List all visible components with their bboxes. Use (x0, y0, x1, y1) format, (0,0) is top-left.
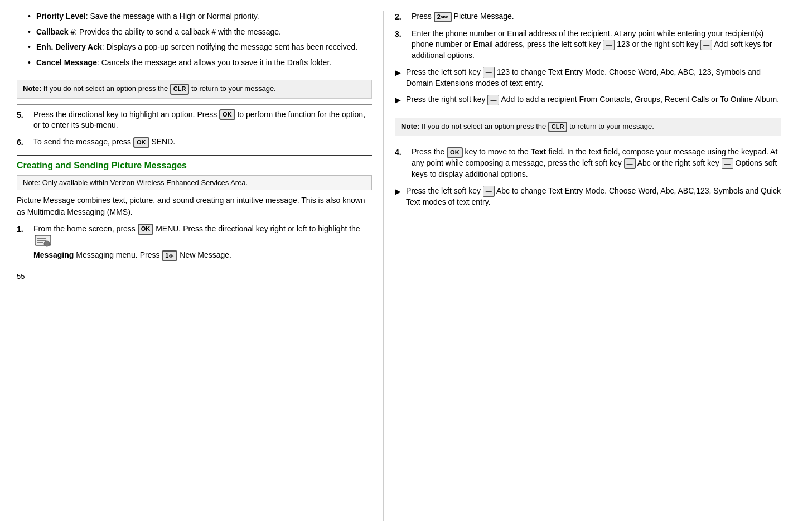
bullet-text: : Displays a pop-up screen notifying the… (102, 42, 357, 51)
note-box-2: Note: Only available within Verizon Wire… (17, 175, 372, 190)
note-text: If you do not select an option press the (41, 84, 170, 93)
divider (395, 142, 781, 142)
step-2: 2. Press 2abc Picture Message. (395, 11, 781, 23)
divider (17, 74, 372, 74)
step-text2: SEND. (149, 137, 176, 146)
step-content: Press 2abc Picture Message. (412, 11, 781, 23)
soft-key: — (487, 95, 499, 105)
step-6: 6. To send the message, press OK SEND. (17, 137, 372, 148)
list-item: Priority Level: Save the message with a … (28, 11, 372, 22)
divider (395, 112, 781, 112)
step-content: From the home screen, press OK MENU. Pre… (33, 224, 372, 261)
step-content: Press the OK key to move to the Text fie… (412, 147, 781, 180)
arrow-item-1: ▶ Press the left soft key — 123 to chang… (395, 67, 781, 89)
step-content: Press the directional key to highlight a… (33, 109, 372, 131)
note-text: If you do not select an option press the (419, 122, 548, 130)
note-text: Only available within Verizon Wireless E… (40, 178, 248, 187)
svg-point-1 (44, 241, 50, 246)
step-text2: key to move to the (463, 147, 531, 156)
arrow-text: Press the right soft key (406, 95, 487, 104)
arrow-icon: ▶ (395, 67, 406, 89)
list-item: Cancel Message: Cancels the message and … (28, 57, 372, 69)
note-label: Note: (401, 122, 419, 130)
bullet-text: : Cancels the message and allows you to … (97, 58, 331, 67)
step-text2: 123 or the right soft key (617, 40, 700, 49)
bullet-label: Enh. Delivery Ack (36, 42, 102, 51)
arrow-content: Press the left soft key — Abc to change … (406, 186, 781, 208)
step-text3: Messaging menu. Press (74, 250, 162, 259)
ok-key: OK (219, 109, 235, 120)
step-number: 1. (17, 224, 33, 261)
page-number: 55 (17, 272, 372, 280)
bullet-label: Cancel Message (36, 58, 97, 67)
clr-key: CLR (548, 122, 568, 132)
step-text: Press (412, 12, 434, 21)
note-box-3: Note: If you do not select an option pre… (395, 118, 781, 136)
text-bold: Text (531, 147, 546, 156)
list-item: Enh. Delivery Ack: Displays a pop-up scr… (28, 42, 372, 53)
arrow-content: Press the left soft key — 123 to change … (406, 67, 781, 89)
step-text: From the home screen, press (33, 224, 138, 233)
step-4: 4. Press the OK key to move to the Text … (395, 147, 781, 180)
messaging-label: Messaging (33, 250, 74, 259)
step-content: To send the message, press OK SEND. (33, 137, 372, 148)
arrow-content: Press the right soft key — Add to add a … (406, 94, 781, 106)
soft-key-right: — (700, 40, 712, 50)
bullet-list: Priority Level: Save the message with a … (17, 11, 372, 68)
arrow-text: Press the left soft key (406, 186, 483, 195)
list-item: Callback #: Provides the ability to send… (28, 27, 372, 38)
step-number: 2. (395, 11, 412, 23)
step-number: 4. (395, 147, 412, 180)
right-column: 2. Press 2abc Picture Message. 3. Enter … (384, 11, 781, 521)
step-1: 1. From the home screen, press OK MENU. … (17, 224, 372, 261)
step-content: Enter the phone number or Email address … (412, 28, 781, 61)
section-header: Creating and Sending Picture Messages (17, 155, 372, 171)
step-text2: MENU. Press the directional key right or… (156, 224, 360, 233)
step-5: 5. Press the directional key to highligh… (17, 109, 372, 131)
divider (17, 104, 372, 105)
ok-key: OK (133, 137, 149, 148)
clr-key: CLR (170, 84, 190, 94)
ok-key: OK (138, 224, 154, 234)
step-number: 3. (395, 28, 412, 61)
step-number: 6. (17, 137, 33, 148)
arrow-text2: Add to add a recipient From Contacts, Gr… (499, 95, 779, 104)
note-label: Note: (23, 84, 41, 93)
bullet-label: Priority Level (36, 12, 86, 21)
note-text2: to return to your message. (189, 84, 275, 93)
note-box-1: Note: If you do not select an option pre… (17, 80, 372, 98)
paragraph: Picture Message combines text, picture, … (17, 195, 372, 218)
bullet-label: Callback # (36, 27, 75, 36)
step-text: Press the (412, 147, 447, 156)
arrow-icon: ▶ (395, 94, 406, 106)
step-text4: New Message. (177, 250, 231, 259)
bullet-text: : Provides the ability to send a callbac… (75, 27, 281, 36)
2abc-key: 2abc (434, 12, 452, 22)
soft-key-right: — (722, 158, 733, 169)
soft-key-left: — (624, 158, 636, 169)
key-1: 1@. (162, 250, 177, 261)
step-text: To send the message, press (33, 137, 133, 146)
note-text2: to return to your message. (567, 122, 654, 130)
left-column: Priority Level: Save the message with a … (17, 11, 384, 521)
step-3: 3. Enter the phone number or Email addre… (395, 28, 781, 61)
soft-key: — (483, 186, 495, 196)
soft-key: — (483, 67, 495, 78)
arrow-icon: ▶ (395, 186, 406, 208)
arrow-text: Press the left soft key (406, 67, 483, 76)
step-number: 5. (17, 109, 33, 131)
step-text: Press the directional key to highlight a… (33, 110, 219, 119)
soft-key-left: — (603, 40, 615, 50)
note-label: Note: (23, 178, 40, 187)
ok-key: OK (447, 147, 463, 158)
step-text4: Abc or the right soft key (637, 158, 722, 167)
messaging-icon (35, 235, 51, 250)
step-text2: Picture Message. (454, 12, 514, 21)
bullet-text: : Save the message with a High or Normal… (86, 12, 259, 21)
arrow-item-2: ▶ Press the right soft key — Add to add … (395, 94, 781, 106)
arrow-item-3: ▶ Press the left soft key — Abc to chang… (395, 186, 781, 208)
